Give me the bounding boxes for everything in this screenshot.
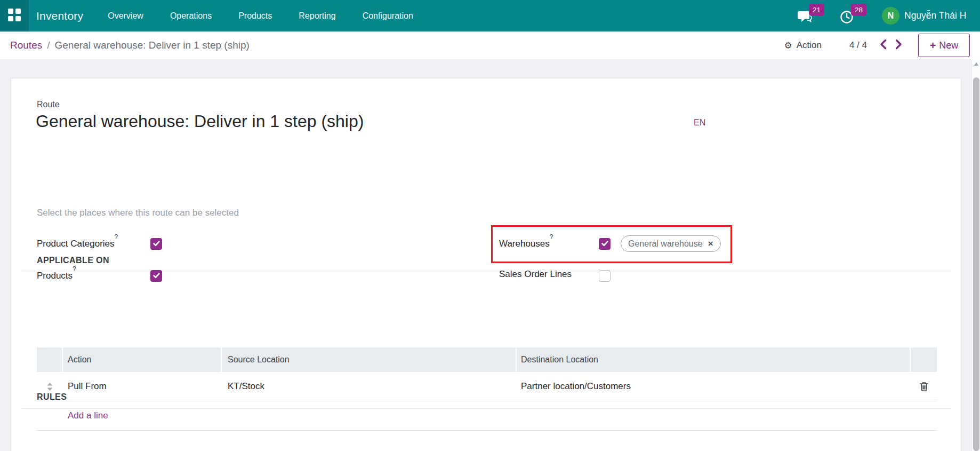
destination-location-column-header[interactable]: Destination Location [517,347,911,372]
breadcrumb: Routes / General warehouse: Deliver in 1… [10,39,250,51]
app-name[interactable]: Inventory [36,10,83,22]
rules-table-header: Action Source Location Destination Locat… [37,347,937,372]
vertical-scrollbar[interactable] [971,59,980,451]
tag-remove-icon[interactable]: × [708,239,713,249]
control-panel: Routes / General warehouse: Deliver in 1… [0,31,980,59]
record-type-label: Route [37,100,60,109]
warehouses-label: Warehouses? [499,237,553,249]
checkmark-icon [601,239,608,249]
trash-icon [920,382,928,391]
product-categories-label-text: Product Categories [37,239,115,249]
breadcrumb-separator: / [47,39,50,51]
delete-row-button[interactable] [920,382,928,391]
control-panel-right: ⚙ Action 4 / 4 + New [784,34,970,57]
apps-grid-icon [8,9,21,23]
chevron-left-icon [880,39,887,52]
menu-products[interactable]: Products [235,8,275,24]
messages-count-badge: 21 [809,4,824,16]
drag-handle-icon[interactable] [46,382,53,391]
pager-next-button[interactable] [895,39,902,52]
breadcrumb-routes-link[interactable]: Routes [10,39,42,51]
checkmark-icon [153,271,160,281]
product-categories-checkbox[interactable] [150,238,162,250]
navbar-systray: 21 28 N Nguyễn Thái H [798,0,966,31]
warehouse-tag[interactable]: General warehouse × [621,235,721,252]
new-button-label: New [939,40,958,51]
apps-menu-button[interactable] [0,0,29,31]
plus-icon: + [930,40,936,51]
sales-order-lines-label-text: Sales Order Lines [499,269,572,279]
products-checkbox[interactable] [150,270,162,282]
rule-source-cell[interactable]: KT/Stock [222,381,517,392]
main-menu: Overview Operations Products Reporting C… [105,8,416,24]
add-line-row: Add a line [37,401,937,431]
sales-order-lines-checkbox[interactable] [599,270,611,282]
warehouses-checkbox[interactable] [599,238,611,250]
menu-configuration[interactable]: Configuration [359,8,416,24]
top-navbar: Inventory Overview Operations Products R… [0,0,980,31]
help-question-mark: ? [550,233,553,241]
help-question-mark: ? [115,233,118,241]
products-label: Products? [37,269,76,281]
menu-operations[interactable]: Operations [167,8,215,24]
action-column-header[interactable]: Action [63,347,222,372]
scrollbar-thumb[interactable] [973,77,979,451]
messages-button[interactable]: 21 [798,0,840,31]
delete-column-header [911,347,937,372]
user-menu[interactable]: Nguyễn Thái H [904,10,966,21]
gear-icon: ⚙ [784,40,792,51]
add-a-line-link[interactable]: Add a line [68,410,108,421]
menu-reporting[interactable]: Reporting [295,8,339,24]
product-categories-label: Product Categories? [37,237,118,249]
checkmark-icon [153,239,160,249]
user-avatar[interactable]: N [882,7,899,25]
action-menu-button[interactable]: ⚙ Action [784,40,822,51]
rule-destination-cell[interactable]: Partner location/Customers [517,381,911,392]
odoo-inventory-window: Inventory Overview Operations Products R… [0,0,980,451]
action-menu-label: Action [797,40,822,51]
form-sheet: Route General warehouse: Deliver in 1 st… [11,78,961,451]
warehouses-label-text: Warehouses [499,239,550,249]
scrollbar-up-arrow[interactable] [974,62,978,66]
translation-language-badge[interactable]: EN [694,118,705,128]
chevron-right-icon [895,39,902,52]
table-row[interactable]: Pull From KT/Stock Partner location/Cust… [37,372,937,401]
record-pager-value: 4 / 4 [849,40,867,51]
activities-count-badge: 28 [851,4,866,16]
menu-overview[interactable]: Overview [105,8,147,24]
rule-action-cell[interactable]: Pull From [63,381,222,392]
form-view-container: Route General warehouse: Deliver in 1 st… [0,59,980,451]
products-label-text: Products [37,271,73,281]
applicable-on-subtitle: Select the places where this route can b… [37,208,239,218]
help-question-mark: ? [73,265,76,273]
applicable-on-heading: APPLICABLE ON [37,256,109,265]
pager-previous-button[interactable] [880,39,887,52]
warehouse-tag-label: General warehouse [628,239,703,249]
sales-order-lines-label: Sales Order Lines [499,269,572,280]
activities-button[interactable]: 28 [840,0,882,31]
route-title-field[interactable]: General warehouse: Deliver in 1 step (sh… [36,112,364,131]
source-location-column-header[interactable]: Source Location [222,347,517,372]
breadcrumb-current: General warehouse: Deliver in 1 step (sh… [54,39,249,51]
handle-column-header [37,347,63,372]
rules-table: Action Source Location Destination Locat… [37,347,937,431]
new-button[interactable]: + New [918,34,970,57]
